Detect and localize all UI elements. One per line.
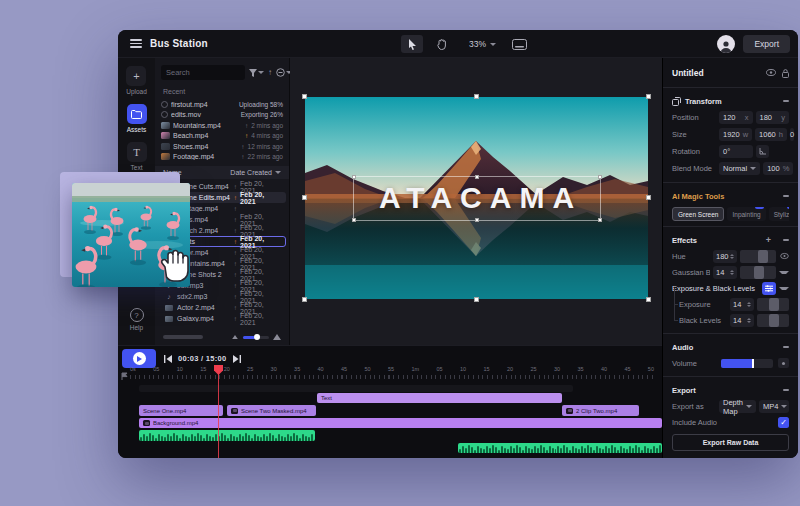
audio-clip-1[interactable] <box>139 430 315 441</box>
text-selection-box[interactable] <box>353 176 601 221</box>
ai-chip-inpainting[interactable]: Inpainting <box>727 207 765 221</box>
frame-handle[interactable] <box>302 195 307 200</box>
list-item[interactable]: Footage.mp4↑22 mins ago <box>161 152 283 163</box>
frame-handle[interactable] <box>646 94 651 99</box>
clip-two[interactable]: 2 Clip Two.mp4 <box>562 405 639 416</box>
selection-handle[interactable] <box>352 175 356 179</box>
display-icon[interactable] <box>512 39 527 50</box>
audio-section-header[interactable]: Audio <box>672 339 789 355</box>
selection-handle[interactable] <box>475 175 479 179</box>
angle-button[interactable] <box>756 145 769 158</box>
clip-scene-two[interactable]: Scene Two Masked.mp4 <box>227 405 316 416</box>
collapse-icon[interactable] <box>783 100 789 102</box>
position-y-field[interactable]: 180y <box>756 111 790 124</box>
levels-button[interactable] <box>762 282 776 295</box>
export-button[interactable]: Export <box>743 35 790 53</box>
export-raw-data-button[interactable]: Export Raw Data <box>672 434 789 451</box>
blur-stepper[interactable]: 14 <box>713 266 737 279</box>
cursor-tool-button[interactable] <box>401 35 423 53</box>
frame-handle[interactable] <box>646 297 651 302</box>
opacity-field[interactable]: 100% <box>763 162 793 175</box>
frame-handle[interactable] <box>474 297 479 302</box>
chevron-down-icon[interactable] <box>779 271 789 274</box>
search-input[interactable] <box>161 65 245 80</box>
thumbnail-zoom-slider[interactable] <box>231 334 281 340</box>
audio-clip-2[interactable] <box>458 443 662 453</box>
container-dropdown[interactable]: MP4 <box>759 400 789 413</box>
avatar[interactable] <box>717 35 735 53</box>
horizontal-scrollbar[interactable] <box>163 335 203 339</box>
selection-handle[interactable] <box>475 218 479 222</box>
list-item[interactable]: firstout.mp4Uploading 58% <box>161 99 283 110</box>
position-x-field[interactable]: 120x <box>719 111 753 124</box>
ai-tools-section-header[interactable]: AI Magic Tools <box>672 188 789 204</box>
size-height-field[interactable]: 1060h <box>755 128 787 141</box>
slider-thumb[interactable] <box>752 359 755 368</box>
ai-chip-green-screen[interactable]: Green Screen <box>672 207 724 221</box>
layer-name[interactable]: Untitled <box>672 68 704 78</box>
rail-item-help[interactable]: ? Help <box>118 308 155 331</box>
skip-forward-button[interactable] <box>233 355 241 363</box>
rail-item-assets[interactable]: Assets <box>127 104 147 133</box>
clip-text[interactable]: Text <box>317 393 562 403</box>
list-item[interactable]: Mountains.mp4↑2 mins ago <box>161 120 283 131</box>
lock-icon[interactable] <box>782 69 789 78</box>
format-dropdown[interactable]: Depth Map <box>719 400 756 413</box>
slider-thumb[interactable] <box>254 334 260 340</box>
list-item[interactable]: Beach.mp4↑4 mins ago <box>161 131 283 142</box>
add-effect-button[interactable]: + <box>766 235 771 245</box>
black-levels-slider[interactable] <box>757 314 789 327</box>
black-levels-stepper[interactable]: 14 <box>730 314 754 327</box>
video-frame[interactable]: ATACAMA <box>305 97 648 299</box>
collapse-icon[interactable] <box>783 389 789 391</box>
list-item[interactable]: edits.movExporting 26% <box>161 110 283 121</box>
marker-flag-icon[interactable] <box>121 366 128 384</box>
export-section-header[interactable]: Export <box>672 382 789 398</box>
dragged-asset-card[interactable] <box>72 183 190 287</box>
time-ruler[interactable]: 0s05101520253035404550551m05101520253035… <box>130 366 654 374</box>
text-label: Text <box>131 164 143 171</box>
skip-back-button[interactable] <box>164 355 172 363</box>
blur-slider[interactable] <box>740 266 776 279</box>
clip-scene-one[interactable]: Scene One.mp4 <box>139 405 223 416</box>
size-width-field[interactable]: 1920w <box>719 128 752 141</box>
include-audio-checkbox[interactable]: ✓ <box>778 417 789 428</box>
selection-handle[interactable] <box>598 218 602 222</box>
eye-icon[interactable] <box>766 69 776 76</box>
frame-handle[interactable] <box>302 297 307 302</box>
selection-handle[interactable] <box>598 175 602 179</box>
volume-slider[interactable] <box>721 359 773 368</box>
frame-handle[interactable] <box>302 94 307 99</box>
rotation-field[interactable]: 0° <box>719 145 753 158</box>
eye-icon[interactable] <box>779 253 789 259</box>
filter-button[interactable] <box>249 69 264 77</box>
collapse-icon[interactable] <box>783 346 789 348</box>
ai-chip-stylize[interactable]: Stylize <box>769 207 789 221</box>
collapse-icon[interactable] <box>783 239 789 241</box>
table-row[interactable]: Galaxy.mp4↑Feb 20, 2021 <box>158 313 286 324</box>
sort-button[interactable]: ↑ <box>268 68 272 77</box>
rail-item-upload[interactable]: + Upload <box>126 66 147 95</box>
hue-slider[interactable] <box>740 250 776 263</box>
blend-mode-dropdown[interactable]: Normal <box>719 162 760 175</box>
zoom-level-dropdown[interactable]: 33% <box>461 36 504 52</box>
effects-section-header[interactable]: Effects + <box>672 232 789 248</box>
frame-handle[interactable] <box>474 94 479 99</box>
transform-section-header[interactable]: Transform <box>672 93 789 109</box>
preview-canvas[interactable]: ATACAMA <box>290 58 662 345</box>
date-column-header[interactable]: Date Created <box>230 169 281 176</box>
hue-stepper[interactable]: 180 <box>713 250 737 263</box>
chevron-down-icon[interactable] <box>779 287 789 290</box>
collapse-icon[interactable] <box>783 195 789 197</box>
radius-field[interactable]: 0 <box>790 128 794 141</box>
mute-icon[interactable] <box>778 358 789 368</box>
list-item[interactable]: Shoes.mp4↑12 mins ago <box>161 141 283 152</box>
menu-icon[interactable] <box>130 39 142 48</box>
ruler-label: 25 <box>530 366 536 374</box>
frame-handle[interactable] <box>646 195 651 200</box>
rail-item-text[interactable]: T Text <box>127 142 147 171</box>
exposure-stepper[interactable]: 14 <box>730 298 754 311</box>
exposure-slider[interactable] <box>757 298 789 311</box>
selection-handle[interactable] <box>352 218 356 222</box>
hand-tool-button[interactable] <box>431 35 453 53</box>
